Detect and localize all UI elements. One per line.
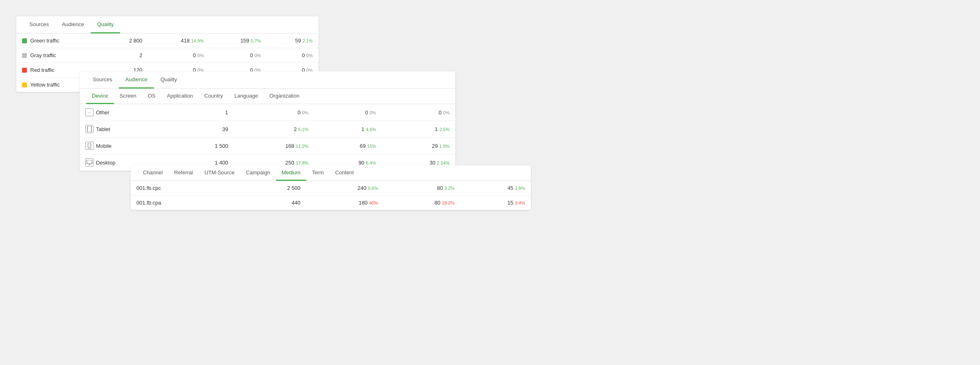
sources-table: 001.fb.cpc 2 500 240 9.6% 80 3.2% 45 1.8… (131, 181, 531, 210)
sub-tab-organization[interactable]: Organization (264, 89, 305, 104)
red-dot (22, 68, 27, 73)
card-sources: Channel Referral UTM-Source Campaign Med… (131, 165, 531, 210)
gray-value1: 2 (104, 48, 148, 63)
tab-audience[interactable]: Audience (56, 16, 91, 33)
gray-dot (22, 53, 27, 58)
other-icon: ··· (85, 108, 94, 116)
tablet-icon (85, 125, 94, 133)
desktop-icon (85, 158, 94, 167)
table-row: Gray traffic 2 0 0% 0 0% 0 0% (16, 48, 318, 63)
svg-rect-0 (87, 126, 91, 132)
device-table: ··· Other 1 0 0% 0 0% 0 0% (80, 104, 455, 171)
green-dot (22, 38, 27, 43)
sub-tab-utm-source[interactable]: UTM-Source (199, 165, 241, 181)
table-row: 001.fb.cpa 440 180 40% 80 18.2% 15 3.4% (131, 196, 531, 210)
sub-tab-channel[interactable]: Channel (137, 165, 168, 181)
table-row: Mobile 1 500 168 11.2% 69 15% 29 1.9% (80, 138, 455, 154)
tab-quality[interactable]: Quality (91, 16, 120, 33)
yellow-dot (22, 82, 27, 87)
table-row: Tablet 39 2 5.1% 1 4.6% 1 2.5% (80, 121, 455, 138)
sub-tab-language[interactable]: Language (229, 89, 264, 104)
card2-tab-audience[interactable]: Audience (119, 71, 154, 89)
tablet-label: Tablet (85, 125, 171, 133)
card2-sub-tabs: Device Screen OS Application Country Lan… (80, 89, 455, 104)
sub-tab-os[interactable]: OS (142, 89, 161, 104)
green-value4: 59 2.1% (267, 33, 318, 48)
green-value3: 159 5.7% (209, 33, 267, 48)
card3-sub-tabs: Channel Referral UTM-Source Campaign Med… (131, 165, 531, 181)
gray-value2: 0 0% (148, 48, 209, 63)
other-label: ··· Other (85, 108, 171, 116)
red-traffic-text: Red traffic (30, 67, 54, 73)
mobile-icon (85, 142, 94, 150)
sub-tab-application[interactable]: Application (161, 89, 199, 104)
sub-tab-country[interactable]: Country (198, 89, 229, 104)
mobile-label: Mobile (85, 142, 171, 150)
svg-rect-2 (87, 160, 92, 164)
card1-tabs: Sources Audience Quality (16, 16, 318, 33)
card2-tabs: Sources Audience Quality (80, 71, 455, 89)
tab-sources[interactable]: Sources (23, 16, 56, 33)
green-traffic-label: Green traffic (22, 38, 98, 44)
svg-rect-1 (88, 143, 91, 148)
gray-value3: 0 0% (209, 48, 267, 63)
yellow-traffic-text: Yellow traffic (30, 82, 60, 88)
card-audience: Sources Audience Quality Device Screen O… (80, 71, 455, 171)
green-value1: 2 800 (104, 33, 148, 48)
sub-tab-campaign[interactable]: Campaign (240, 165, 276, 181)
sub-tab-referral[interactable]: Referral (168, 165, 198, 181)
sub-tab-screen[interactable]: Screen (114, 89, 142, 104)
green-traffic-text: Green traffic (30, 38, 59, 44)
green-value2: 418 14.9% (148, 33, 209, 48)
table-row: ··· Other 1 0 0% 0 0% 0 0% (80, 104, 455, 121)
sub-tab-content[interactable]: Content (330, 165, 360, 181)
sub-tab-device[interactable]: Device (86, 89, 114, 104)
table-row: Green traffic 2 800 418 14.9% 159 5.7% 5… (16, 33, 318, 48)
card2-tab-quality[interactable]: Quality (154, 71, 183, 89)
gray-traffic-label: Gray traffic (22, 52, 98, 58)
card2-tab-sources[interactable]: Sources (86, 71, 119, 89)
gray-value4: 0 0% (267, 48, 318, 63)
sub-tab-term[interactable]: Term (306, 165, 330, 181)
sub-tab-medium[interactable]: Medium (276, 165, 306, 181)
table-row: 001.fb.cpc 2 500 240 9.6% 80 3.2% 45 1.8… (131, 181, 531, 196)
gray-traffic-text: Gray traffic (30, 52, 56, 58)
